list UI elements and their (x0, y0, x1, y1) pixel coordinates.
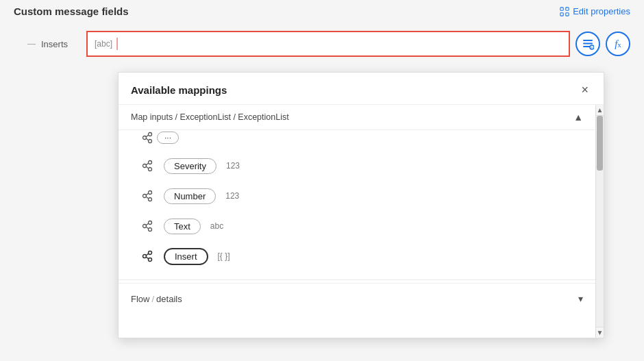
abc-badge: [abc] (95, 39, 112, 49)
inserts-input[interactable]: [abc] (86, 31, 570, 57)
svg-point-16 (149, 161, 152, 164)
list-item[interactable]: Number 123 (119, 181, 595, 211)
panel-body: Map inputs / ExceptionList / ExceptionLi… (119, 105, 604, 338)
panel-close-button[interactable]: × (578, 82, 591, 97)
map-icon (138, 186, 157, 206)
map-icon (138, 247, 157, 266)
mapping-label: Number (164, 188, 216, 204)
collapse-button[interactable]: ▲ (573, 112, 583, 123)
svg-point-11 (149, 133, 152, 136)
type-badge: 123 (226, 161, 240, 171)
svg-point-17 (149, 168, 152, 171)
type-badge: [{ }] (218, 251, 230, 261)
scroll-up-icon: ▲ (597, 106, 604, 114)
mappings-list: Severity 123 (119, 145, 595, 277)
type-badge: abc (210, 221, 223, 231)
list-icon: ≡ (582, 38, 594, 50)
page-wrapper: Custom message fields Edit properties In… (0, 0, 644, 361)
svg-point-21 (149, 191, 152, 195)
top-bar: Custom message fields Edit properties (0, 0, 644, 23)
svg-point-30 (143, 255, 147, 258)
svg-point-10 (143, 136, 147, 140)
svg-point-20 (143, 195, 147, 198)
edit-properties-label: Edit properties (573, 6, 630, 16)
svg-rect-5 (583, 43, 593, 45)
svg-point-27 (149, 228, 152, 232)
svg-line-34 (147, 257, 149, 259)
svg-line-33 (147, 253, 149, 256)
page-title: Custom message fields (14, 5, 129, 17)
scroll-down-icon: ▼ (597, 329, 604, 336)
svg-line-14 (147, 138, 149, 140)
svg-point-15 (143, 164, 147, 168)
edit-icon (560, 7, 569, 16)
flow-label: Flow/details (131, 294, 182, 304)
breadcrumb-row: Map inputs / ExceptionList / ExceptionLi… (119, 105, 595, 130)
flow-section[interactable]: Flow/details ▾ (119, 283, 595, 314)
svg-line-23 (147, 193, 149, 195)
svg-rect-1 (566, 7, 569, 10)
input-cursor (116, 38, 118, 50)
type-badge: 123 (225, 191, 239, 201)
svg-line-13 (147, 135, 149, 137)
map-icon (138, 216, 157, 236)
svg-text:≡: ≡ (591, 45, 593, 49)
svg-rect-4 (583, 40, 593, 41)
edit-properties-link[interactable]: Edit properties (560, 6, 630, 16)
list-item[interactable]: Insert [{ }] (119, 241, 595, 271)
svg-point-25 (143, 225, 147, 228)
svg-line-28 (147, 223, 149, 225)
inserts-row: Inserts [abc] ≡ fx (0, 23, 644, 65)
svg-point-12 (149, 140, 152, 143)
svg-point-26 (149, 221, 152, 225)
svg-line-29 (147, 227, 149, 229)
scrollbar-down-button[interactable]: ▼ (596, 327, 604, 338)
partial-pill: ··· (157, 132, 179, 144)
divider (119, 279, 595, 280)
fx-icon-button[interactable]: fx (606, 32, 630, 56)
panel-content: Map inputs / ExceptionList / ExceptionLi… (119, 105, 595, 338)
panel-title: Available mappings (131, 84, 227, 96)
svg-rect-0 (560, 7, 563, 10)
map-icon (138, 128, 157, 147)
available-mappings-panel: Available mappings × Map inputs / Except… (118, 72, 604, 338)
scrollbar-up-button[interactable]: ▲ (596, 105, 604, 116)
svg-rect-3 (566, 12, 569, 15)
mapping-label: Text (164, 219, 201, 234)
panel-header: Available mappings × (119, 73, 604, 105)
expand-icon: ▾ (578, 293, 583, 304)
partial-mapping-item[interactable]: ··· (119, 130, 595, 145)
breadcrumb: Map inputs / ExceptionList / ExceptionLi… (131, 112, 289, 122)
svg-line-19 (147, 166, 149, 169)
input-area: [abc] ≡ fx (86, 31, 630, 57)
list-icon-button[interactable]: ≡ (575, 32, 600, 56)
fx-icon: fx (615, 38, 621, 50)
mapping-label: Severity (164, 158, 216, 174)
svg-point-22 (149, 198, 152, 201)
svg-line-18 (147, 163, 149, 165)
svg-rect-2 (560, 12, 563, 15)
scrollbar-track[interactable]: ▲ ▼ (595, 105, 604, 338)
map-icon (138, 156, 157, 175)
inserts-label: Inserts (27, 39, 75, 49)
scrollbar-thumb[interactable] (597, 116, 603, 171)
list-item[interactable]: Text abc (119, 211, 595, 241)
svg-point-31 (149, 251, 152, 255)
svg-point-32 (149, 258, 152, 262)
svg-line-24 (147, 197, 149, 199)
list-item[interactable]: Severity 123 (119, 151, 595, 181)
mapping-label: Insert (164, 248, 208, 265)
